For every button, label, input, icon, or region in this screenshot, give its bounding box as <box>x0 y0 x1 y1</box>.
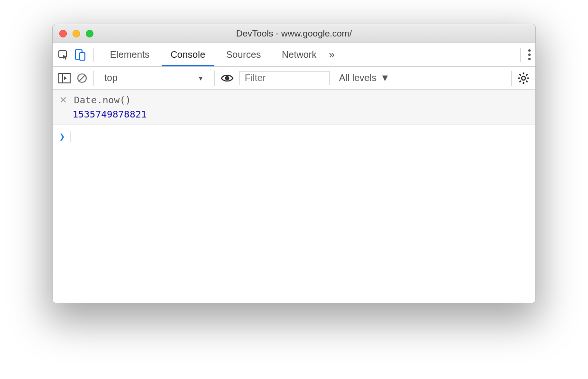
panel-tabs: Elements Console Sources Network » <box>53 43 535 67</box>
menu-kebab-icon[interactable] <box>528 49 531 60</box>
devtools-window: DevTools - www.google.com/ Elements Cons… <box>52 24 536 303</box>
context-selector[interactable]: top ▼ <box>100 72 209 83</box>
svg-point-8 <box>522 76 525 80</box>
divider <box>214 71 215 86</box>
tab-label: Sources <box>226 49 261 60</box>
overflow-tabs-icon[interactable]: » <box>329 49 335 61</box>
divider <box>520 48 521 62</box>
live-expression-eye-icon[interactable] <box>220 73 234 83</box>
divider <box>511 71 512 86</box>
console-expression: Date.now() <box>74 94 131 106</box>
close-window-button[interactable] <box>59 30 67 37</box>
zoom-window-button[interactable] <box>86 30 93 37</box>
text-cursor <box>71 131 71 142</box>
chevron-down-icon: ▼ <box>197 74 204 82</box>
traffic-lights <box>59 30 93 37</box>
device-toolbar-icon[interactable] <box>74 49 86 61</box>
toggle-sidebar-icon[interactable] <box>58 73 71 83</box>
log-level-label: All levels <box>339 72 377 83</box>
chevron-down-icon: ▼ <box>380 72 390 83</box>
svg-line-13 <box>520 74 521 75</box>
svg-line-15 <box>526 74 528 75</box>
divider <box>93 71 94 86</box>
inspect-element-icon[interactable] <box>57 49 69 61</box>
console-settings-gear-icon[interactable] <box>517 72 530 84</box>
console-area: ✕ Date.now() 1535749878821 ❯ <box>53 90 535 303</box>
window-titlebar: DevTools - www.google.com/ <box>53 24 535 43</box>
console-result: 1535749878821 <box>73 108 529 120</box>
tab-label: Network <box>282 49 316 60</box>
filter-input[interactable] <box>239 71 330 85</box>
delete-entry-icon[interactable]: ✕ <box>59 94 67 106</box>
tab-sources[interactable]: Sources <box>218 43 269 66</box>
tab-console[interactable]: Console <box>162 43 213 66</box>
log-level-selector[interactable]: All levels ▼ <box>335 72 394 83</box>
svg-line-14 <box>526 81 528 82</box>
minimize-window-button[interactable] <box>73 30 80 37</box>
tab-label: Elements <box>110 49 149 60</box>
tab-label: Console <box>170 49 205 60</box>
svg-rect-2 <box>80 53 85 60</box>
console-toolbar: top ▼ All levels ▼ <box>53 67 535 90</box>
window-title: DevTools - www.google.com/ <box>53 28 535 39</box>
tab-network[interactable]: Network <box>273 43 325 66</box>
divider <box>93 48 94 62</box>
context-label: top <box>104 72 118 83</box>
console-prompt[interactable]: ❯ <box>53 125 535 148</box>
tab-elements[interactable]: Elements <box>101 43 158 66</box>
prompt-chevron-icon: ❯ <box>59 131 65 142</box>
clear-console-icon[interactable] <box>76 72 88 84</box>
svg-line-6 <box>79 75 85 81</box>
console-history-entry: ✕ Date.now() 1535749878821 <box>53 90 535 125</box>
svg-line-16 <box>520 81 521 82</box>
svg-point-7 <box>225 76 230 80</box>
